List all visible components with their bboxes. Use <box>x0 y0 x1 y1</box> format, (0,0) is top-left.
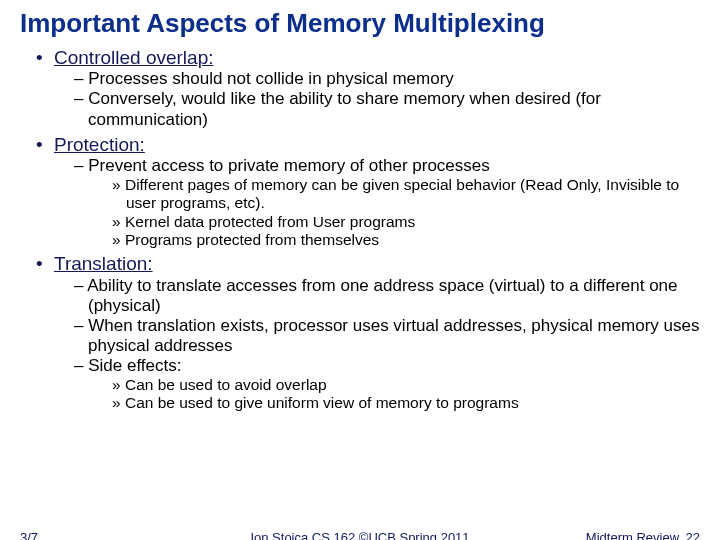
text: Processes should not collide in physical… <box>88 69 454 88</box>
sub-item: » Kernel data protected from User progra… <box>50 213 704 231</box>
text: Programs protected from themselves <box>125 231 379 248</box>
dash-item: – Prevent access to private memory of ot… <box>50 156 704 176</box>
sub-item: » Programs protected from themselves <box>50 231 704 249</box>
text: Can be used to avoid overlap <box>125 376 327 393</box>
text: Conversely, would like the ability to sh… <box>88 89 601 128</box>
bullet-label: Translation: <box>54 253 153 274</box>
slide-content: •Controlled overlap: – Processes should … <box>0 47 720 412</box>
text: Prevent access to private memory of othe… <box>88 156 490 175</box>
text: Can be used to give uniform view of memo… <box>125 394 519 411</box>
sub-item: » Can be used to avoid overlap <box>50 376 704 394</box>
text: Kernel data protected from User programs <box>125 213 415 230</box>
bullet-protection: •Protection: <box>36 134 704 156</box>
bullet-label: Protection: <box>54 134 145 155</box>
text: Different pages of memory can be given s… <box>125 176 679 211</box>
bullet-translation: •Translation: <box>36 253 704 275</box>
text: Ability to translate accesses from one a… <box>87 276 677 315</box>
sub-item: » Can be used to give uniform view of me… <box>50 394 704 412</box>
bullet-controlled-overlap: •Controlled overlap: <box>36 47 704 69</box>
dash-item: – Processes should not collide in physic… <box>50 69 704 89</box>
text: When translation exists, processor uses … <box>88 316 700 355</box>
dash-item: – Conversely, would like the ability to … <box>50 89 704 129</box>
dash-item: – Side effects: <box>50 356 704 376</box>
text: Side effects: <box>88 356 181 375</box>
footer-page: Midterm Review. 22 <box>586 530 700 540</box>
dash-item: – When translation exists, processor use… <box>50 316 704 356</box>
sub-item: » Different pages of memory can be given… <box>50 176 704 213</box>
bullet-label: Controlled overlap: <box>54 47 213 68</box>
slide-title: Important Aspects of Memory Multiplexing <box>0 0 720 43</box>
dash-item: – Ability to translate accesses from one… <box>50 276 704 316</box>
